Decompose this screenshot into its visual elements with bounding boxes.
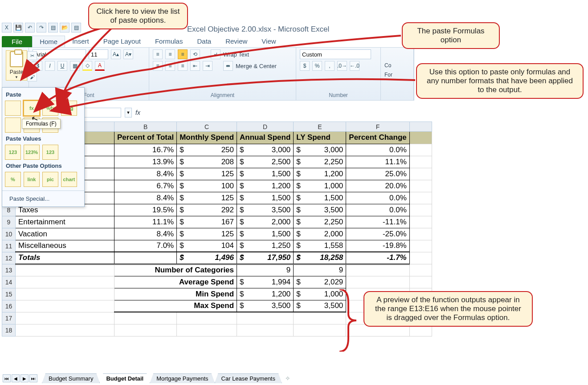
window-title: Excel Objective 2.00.xlsx - Microsoft Ex… [187,25,329,34]
wrap-text-label[interactable]: Wrap Text [223,51,249,58]
orientation-icon[interactable]: ⟲ [190,49,200,59]
align-middle-icon[interactable]: ≡ [165,49,175,59]
currency-icon[interactable]: $ [300,61,310,71]
sheet-tab[interactable]: Budget Summary [42,373,100,383]
align-left-icon[interactable]: ≡ [153,61,163,71]
fx-icon[interactable]: fx [135,109,140,116]
col-header[interactable]: E [294,122,346,132]
col-header[interactable]: F [346,122,409,132]
underline-icon[interactable]: U [57,61,67,71]
sheet-tab[interactable]: Mortgage Payments [150,373,215,383]
borders-icon[interactable]: ▦ [70,61,80,71]
name-box[interactable] [84,108,121,118]
paste-option[interactable]: fx [24,101,40,116]
paste-button[interactable]: Paste ▼ [6,50,27,81]
paste-section-header: Paste [5,90,82,101]
merge-center-icon[interactable]: ⬌ [223,61,233,71]
format-as-table-label[interactable]: For [384,71,410,79]
new-sheet-icon[interactable]: ✧ [285,375,290,382]
tab-review[interactable]: Review [218,36,254,47]
brace-icon [335,289,357,352]
ribbon-tabs: File HomeInsertPage LayoutFormulasDataRe… [2,35,283,47]
paste-option[interactable]: % [5,172,21,187]
paste-option[interactable]: img [61,101,77,116]
paste-option[interactable] [5,118,21,133]
qat-undo-icon[interactable]: ↶ [25,23,35,32]
row-header[interactable]: 9 [2,216,16,228]
sheet-nav-first-icon[interactable]: ⏮ [3,374,11,382]
paste-option[interactable]: 123 [5,145,21,160]
qat-print-icon[interactable]: ▤ [71,23,81,32]
paste-option[interactable]: chart [61,172,77,187]
paste-options-dropdown: Paste fx%fximg Formulas (F) Paste Values… [2,87,85,207]
quick-access-toolbar: X 💾 ↶ ↷ ▤ 📂 ▤ [2,21,81,34]
number-group-label: Number [300,91,377,99]
clipboard-icon [10,51,23,67]
callout-formulas-option: The paste Formulas option [402,22,500,49]
font-size-input[interactable] [89,49,108,59]
number-format-select[interactable] [300,49,371,59]
excel-icon: X [2,23,12,32]
percent-icon[interactable]: % [312,61,322,71]
conditional-formatting-label[interactable]: Co [384,62,410,69]
tab-view[interactable]: View [254,36,283,47]
paste-special-menuitem[interactable]: Paste Special... [5,193,82,205]
tab-insert[interactable]: Insert [65,36,96,47]
name-box-dropdown-icon[interactable]: ▼ [125,108,132,118]
shrink-font-icon[interactable]: A▾ [123,49,133,59]
callout-paste-list: Click here to view the list of paste opt… [88,3,188,29]
align-right-icon[interactable]: ≡ [178,61,188,71]
tab-home[interactable]: Home [32,36,65,47]
col-header[interactable]: B [114,122,177,132]
align-top-icon[interactable]: ≡ [153,49,163,59]
paste-option[interactable] [5,101,21,116]
col-header[interactable]: C [177,122,237,132]
callout-preview: A preview of the function outputs appear… [363,291,533,327]
tab-page-layout[interactable]: Page Layout [96,36,148,47]
increase-decimal-icon[interactable]: .0→ [337,61,347,71]
qat-redo-icon[interactable]: ↷ [37,23,46,32]
cut-icon[interactable]: ✂ [27,51,37,60]
paste-option[interactable]: 123 [42,145,58,160]
qat-open-icon[interactable]: 📂 [60,23,69,32]
tab-formulas[interactable]: Formulas [148,36,190,47]
ribbon-group-styles: Co For [381,48,414,100]
paste-tooltip: Formulas (F) [22,119,61,129]
merge-center-label[interactable]: Merge & Center [236,63,277,69]
row-header[interactable]: 11 [2,240,16,252]
comma-icon[interactable]: , [325,61,335,71]
tab-data[interactable]: Data [190,36,218,47]
paste-other-header: Other Paste Options [5,162,82,172]
align-center-icon[interactable]: ≡ [165,61,175,71]
sheet-nav-last-icon[interactable]: ⏭ [29,374,37,382]
align-bottom-icon[interactable]: ≡ [178,49,188,59]
italic-icon[interactable]: I [45,61,55,71]
paste-values-header: Paste Values [5,134,82,145]
font-color-icon[interactable]: A [95,61,105,71]
wrap-text-icon[interactable]: ⤶ [211,49,220,59]
sheet-nav-prev-icon[interactable]: ◀ [12,374,20,382]
ribbon-group-number: $ % , .0→ ←.0 Number [296,48,381,100]
paste-option[interactable]: 123% [24,145,40,160]
qat-new-icon[interactable]: ▤ [48,23,58,32]
grow-font-icon[interactable]: A▴ [111,49,121,59]
tab-file[interactable]: File [2,36,32,47]
format-painter-icon[interactable]: 🖌 [27,73,37,81]
font-name-input[interactable] [33,49,86,59]
decrease-decimal-icon[interactable]: ←.0 [350,61,359,71]
sheet-tab[interactable]: Car Lease Payments [215,373,282,383]
qat-save-icon[interactable]: 💾 [13,23,23,32]
sheet-nav-next-icon[interactable]: ▶ [20,374,29,382]
increase-indent-icon[interactable]: ⇥ [203,61,212,71]
paste-option[interactable]: %fx [42,101,58,116]
formula-bar: ▼ fx [84,107,140,118]
row-header[interactable]: 10 [2,228,16,240]
decrease-indent-icon[interactable]: ⇤ [190,61,200,71]
col-header[interactable]: D [237,122,294,132]
fill-color-icon[interactable]: ◇ [82,61,92,71]
ribbon-group-alignment: ≡ ≡ ≡ ⟲ ⤶ Wrap Text ≡ ≡ ≡ ⇤ ⇥ ⬌ Merge & … [149,48,296,100]
paste-option[interactable]: link [24,172,40,187]
copy-icon[interactable]: ⧉ [27,62,37,71]
paste-option[interactable]: pic [42,172,58,187]
sheet-tab[interactable]: Budget Detail [99,373,150,383]
